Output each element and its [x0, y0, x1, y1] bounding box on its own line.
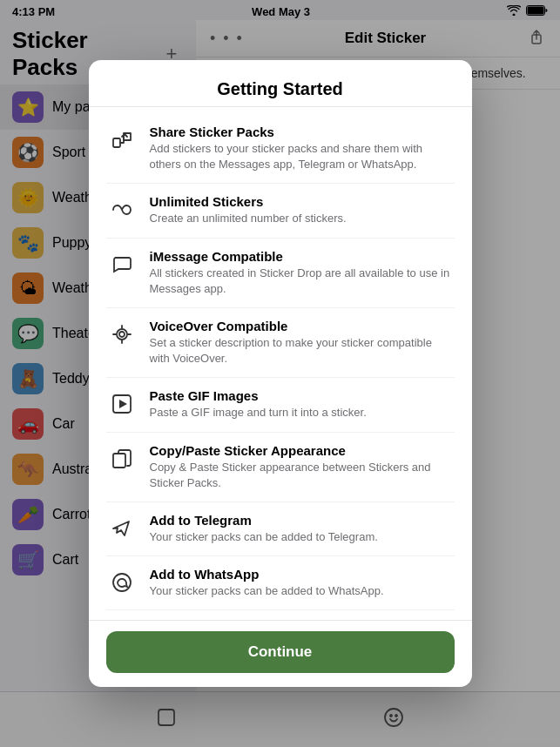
feature-gif-title: Paste GIF Images — [150, 388, 455, 403]
svg-marker-7 — [119, 400, 127, 408]
modal-footer: Continue — [89, 620, 472, 687]
feature-telegram-text: Add to Telegram Your sticker packs can b… — [150, 513, 455, 545]
continue-button[interactable]: Continue — [106, 631, 455, 673]
feature-whatsapp: Add to WhatsApp Your sticker packs can b… — [106, 556, 455, 610]
feature-gif-desc: Paste a GIF image and turn it into a sti… — [150, 405, 455, 421]
feature-imessage: iMessage Compatible All stickers created… — [106, 239, 455, 308]
whatsapp-icon — [106, 567, 138, 598]
telegram-icon — [106, 513, 138, 544]
modal-title: Getting Started — [217, 79, 342, 98]
feature-unlimited: Unlimited Stickers Create an unlimited n… — [106, 184, 455, 238]
feature-whatsapp-text: Add to WhatsApp Your sticker packs can b… — [150, 567, 455, 599]
feature-copy-paste-title: Copy/Paste Sticker Appearance — [150, 443, 455, 458]
feature-unlimited-title: Unlimited Stickers — [150, 194, 455, 209]
feature-imessage-desc: All stickers created in Sticker Drop are… — [150, 266, 455, 297]
feature-imessage-text: iMessage Compatible All stickers created… — [150, 249, 455, 297]
feature-share-text: Share Sticker Packs Add stickers to your… — [150, 124, 455, 172]
share-sticker-icon — [106, 124, 138, 156]
svg-point-9 — [113, 574, 131, 591]
svg-rect-8 — [113, 454, 125, 468]
bubble-icon — [106, 249, 138, 280]
feature-unlimited-desc: Create an unlimited number of stickers. — [150, 211, 455, 226]
modal-header: Getting Started — [89, 60, 472, 107]
feature-gif: Paste GIF Images Paste a GIF image and t… — [106, 378, 455, 432]
feature-whatsapp-title: Add to WhatsApp — [150, 567, 455, 582]
feature-telegram-desc: Your sticker packs can be added to Teleg… — [150, 529, 455, 545]
feature-voiceover: VoiceOver Compatible Set a sticker descr… — [106, 308, 455, 378]
feature-telegram: Add to Telegram Your sticker packs can b… — [106, 502, 455, 556]
feature-copy-paste-text: Copy/Paste Sticker Appearance Copy & Pas… — [150, 443, 455, 491]
feature-border: Edit Border Add a border to your sticker… — [106, 610, 455, 620]
feature-share-desc: Add stickers to your sticker packs and s… — [150, 141, 455, 172]
svg-point-4 — [117, 329, 127, 340]
feature-unlimited-text: Unlimited Stickers Create an unlimited n… — [150, 194, 455, 226]
modal-overlay: Getting Started Share Sticker Packs Add … — [0, 0, 560, 747]
feature-imessage-title: iMessage Compatible — [150, 249, 455, 264]
speaker-icon — [106, 319, 138, 350]
feature-copy-paste: Copy/Paste Sticker Appearance Copy & Pas… — [106, 433, 455, 502]
feature-whatsapp-desc: Your sticker packs can be added to Whats… — [150, 583, 455, 599]
feature-share: Share Sticker Packs Add stickers to your… — [106, 114, 455, 184]
getting-started-modal: Getting Started Share Sticker Packs Add … — [89, 60, 472, 687]
svg-point-5 — [119, 332, 125, 337]
feature-voiceover-text: VoiceOver Compatible Set a sticker descr… — [150, 319, 455, 367]
infinity-icon — [106, 194, 138, 225]
svg-rect-3 — [113, 138, 120, 147]
copy-icon — [106, 443, 138, 474]
play-icon — [106, 388, 138, 420]
feature-share-title: Share Sticker Packs — [150, 124, 455, 139]
feature-telegram-title: Add to Telegram — [150, 513, 455, 528]
feature-voiceover-title: VoiceOver Compatible — [150, 319, 455, 333]
feature-copy-paste-desc: Copy & Paste Sticker appearance between … — [150, 460, 455, 491]
feature-gif-text: Paste GIF Images Paste a GIF image and t… — [150, 388, 455, 421]
feature-voiceover-desc: Set a sticker description to make your s… — [150, 335, 455, 367]
modal-content: Share Sticker Packs Add stickers to your… — [89, 107, 472, 620]
